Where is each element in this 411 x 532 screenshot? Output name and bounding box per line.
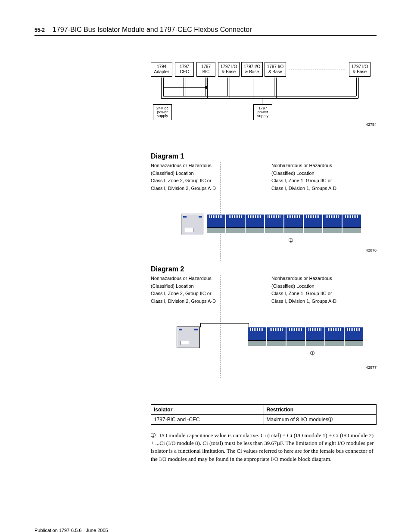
box-io1: 1797 I/O & Base xyxy=(218,62,240,77)
page-number: 55-2 xyxy=(34,27,45,33)
box-bic: 1797 BIC xyxy=(196,62,215,77)
diagram2-barrier-line xyxy=(221,275,221,378)
box-1797-supply: 1797 power supply xyxy=(253,104,272,120)
diagram1-adapter xyxy=(181,214,204,235)
diagram2-right-location: Nonhazardous or Hazardous (Classified) L… xyxy=(271,275,336,305)
table-header-isolator: Isolator xyxy=(151,404,264,415)
diagram2-left-location: Nonhazardous or Hazardous (Classified) L… xyxy=(151,275,216,305)
header-title: 1797-BIC Bus Isolator Module and 1797-CE… xyxy=(53,26,252,34)
diagram1-marker: ➀ xyxy=(289,237,293,243)
diagram2-marker: ➀ xyxy=(310,350,314,356)
diagram2-figure-id: 42877 xyxy=(366,365,377,370)
diagram2: Nonhazardous or Hazardous (Classified) L… xyxy=(151,275,377,378)
diagram1-left-location: Nonhazardous or Hazardous (Classified) L… xyxy=(151,162,216,192)
table-header-restriction: Restriction xyxy=(264,404,377,415)
publication-line: Publication 1797-6.5.6 - June 2005 xyxy=(34,528,377,532)
page-header: 55-2 1797-BIC Bus Isolator Module and 17… xyxy=(34,26,377,36)
block-diagram: 1794 Adapter 1797 CEC 1797 BIC 1797 I/O … xyxy=(151,62,377,140)
diagram1-title: Diagram 1 xyxy=(151,152,377,160)
continuation-line xyxy=(289,69,345,69)
box-io3: 1797 I/O & Base xyxy=(265,62,286,77)
isolator-table: Isolator Restriction 1797-BIC and -CEC M… xyxy=(151,404,377,425)
box-24v-supply: 24V dc power supply xyxy=(153,104,172,120)
diagram2-rack xyxy=(248,327,364,345)
diagram1-barrier-line xyxy=(221,162,221,261)
box-ion: 1797 I/O & Base xyxy=(349,62,371,77)
table-row: 1797-BIC and -CEC Maximum of 8 I/O modul… xyxy=(151,415,377,425)
diagram2-title: Diagram 2 xyxy=(151,265,377,273)
footnote: ➀ I/O module capacitance value is cumula… xyxy=(151,432,377,463)
box-cec: 1797 CEC xyxy=(175,62,194,77)
diagram2-adapter xyxy=(177,327,200,348)
diagram1-rack xyxy=(207,215,362,233)
diagram1-right-location: Nonhazardous or Hazardous (Classified) L… xyxy=(271,162,336,192)
diagram1-figure-id: 42876 xyxy=(366,248,377,252)
box-io2: 1797 I/O & Base xyxy=(241,62,263,77)
box-adapter: 1794 Adapter xyxy=(151,62,172,77)
figure-id: 42754 xyxy=(366,122,377,127)
diagram1: Nonhazardous or Hazardous (Classified) L… xyxy=(151,162,377,261)
